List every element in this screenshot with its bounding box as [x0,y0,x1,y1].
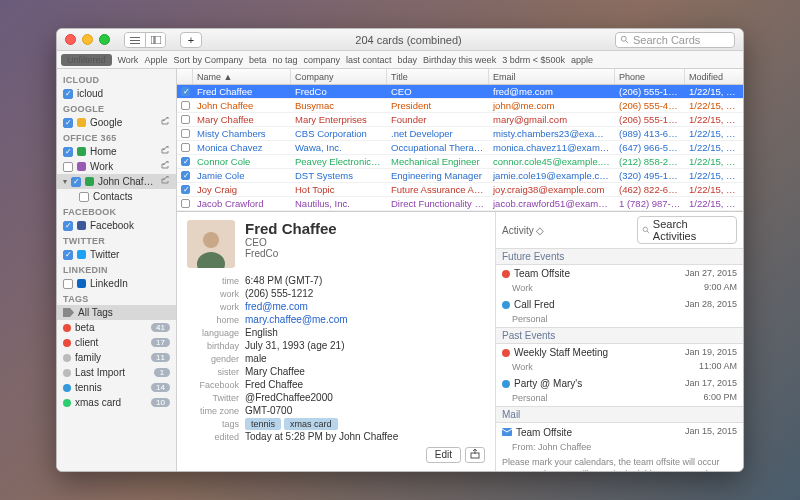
share-icon[interactable] [160,146,170,158]
sidebar-section-header: LINKEDIN [57,262,176,276]
tag-chip[interactable]: tennis [245,418,281,430]
source-checkbox[interactable] [63,221,73,231]
column-header[interactable]: Title [387,69,489,84]
filter-item[interactable]: 3 bdrm < $500k [502,55,565,65]
sidebar-item[interactable]: ▾John Chaffee [57,174,176,189]
table-row[interactable]: Fred ChaffeeFredCoCEOfred@me.com(206) 55… [177,85,743,99]
table-row[interactable]: Joy CraigHot TopicFuture Assurance Agent… [177,183,743,197]
filter-item[interactable]: last contact [346,55,392,65]
tag-item[interactable]: client17 [57,335,176,350]
svg-point-5 [621,36,626,41]
table-row[interactable]: Misty ChambersCBS Corporation.net Develo… [177,127,743,141]
tag-item[interactable]: tennis14 [57,380,176,395]
column-header[interactable]: Email [489,69,615,84]
field-value[interactable]: fred@me.com [245,301,308,312]
row-checkbox[interactable] [181,87,190,96]
sidebar-item[interactable]: Home [57,144,176,159]
minimize-window-button[interactable] [82,34,93,45]
app-window: + 204 cards (combined) Search Cards Unfi… [56,28,744,472]
column-header[interactable]: Name ▲ [193,69,291,84]
sidebar-item[interactable]: Facebook [57,218,176,233]
source-checkbox[interactable] [79,192,89,202]
row-checkbox[interactable] [181,157,190,166]
source-checkbox[interactable] [71,177,81,187]
activity-item[interactable]: Party @ Mary'sJan 17, 2015Personal6:00 P… [496,375,743,406]
close-window-button[interactable] [65,34,76,45]
avatar[interactable] [187,220,235,268]
tag-item[interactable]: xmas card10 [57,395,176,410]
table-row[interactable]: John ChaffeeBusymacPresidentjohn@me.com(… [177,99,743,113]
list-view-icon[interactable] [125,33,145,47]
row-checkbox[interactable] [181,171,190,180]
sidebar-item[interactable]: Twitter [57,247,176,262]
activity-item[interactable]: Team OffsiteJan 27, 2015Work9:00 AM [496,265,743,296]
sidebar-item[interactable]: Contacts [57,189,176,204]
tag-item[interactable]: family11 [57,350,176,365]
row-checkbox[interactable] [181,129,190,138]
event-dot [502,349,510,357]
activity-item[interactable]: Team OffsiteJan 15, 2015From: John Chaff… [496,423,743,471]
filter-item[interactable]: Apple [144,55,167,65]
tag-item[interactable]: beta41 [57,320,176,335]
source-checkbox[interactable] [63,147,73,157]
sidebar-item[interactable]: LinkedIn [57,276,176,291]
filter-item[interactable]: Work [118,55,139,65]
filter-item[interactable]: company [304,55,341,65]
sidebar-item[interactable]: icloud [57,86,176,101]
table-row[interactable]: Mary ChaffeeMary EnterprisesFoundermary@… [177,113,743,127]
table-row[interactable]: Monica ChavezWawa, Inc.Occupational Ther… [177,141,743,155]
source-checkbox[interactable] [63,89,73,99]
row-checkbox[interactable] [181,101,190,110]
color-swatch [77,250,86,259]
filter-active[interactable]: Unfiltered [61,54,112,66]
tag-item[interactable]: Last Import1 [57,365,176,380]
search-cards-input[interactable]: Search Cards [615,32,735,48]
source-checkbox[interactable] [63,118,73,128]
column-header[interactable]: Company [291,69,387,84]
search-activities-input[interactable]: Search Activities [637,216,737,244]
field-row: sisterMary Chaffee [187,365,485,378]
share-icon[interactable] [160,117,170,129]
sidebar-item[interactable]: Work [57,159,176,174]
row-checkbox[interactable] [181,185,190,194]
column-header[interactable]: Phone [615,69,685,84]
sidebar-item-label: Google [90,117,156,128]
table-row[interactable]: Connor ColePeavey Electronics Corpor...M… [177,155,743,169]
tag-item[interactable]: All Tags [57,305,176,320]
sidebar-item[interactable]: Google [57,115,176,130]
column-view-icon[interactable] [145,33,165,47]
tag-chip[interactable]: xmas card [284,418,338,430]
add-card-button[interactable]: + [180,32,202,48]
field-value: @FredChaffee2000 [245,392,333,403]
filter-item[interactable]: bday [398,55,418,65]
filter-item[interactable]: no tag [272,55,297,65]
view-mode-segmented[interactable] [124,32,166,48]
filter-item[interactable]: Sort by Company [173,55,243,65]
activity-item[interactable]: Weekly Staff MeetingJan 19, 2015Work11:0… [496,344,743,375]
row-checkbox[interactable] [181,143,190,152]
column-header[interactable] [177,69,193,84]
row-checkbox[interactable] [181,115,190,124]
edit-button[interactable]: Edit [426,447,461,463]
filter-item[interactable]: apple [571,55,593,65]
source-checkbox[interactable] [63,250,73,260]
contact-title: CEO [245,237,337,248]
share-button[interactable] [465,447,485,463]
table-row[interactable]: Jamie ColeDST SystemsEngineering Manager… [177,169,743,183]
activity-item[interactable]: Call FredJan 28, 2015Personal [496,296,743,327]
source-checkbox[interactable] [63,162,73,172]
mail-icon [502,426,512,438]
row-checkbox[interactable] [181,199,190,208]
zoom-window-button[interactable] [99,34,110,45]
column-header[interactable]: Modified [685,69,743,84]
share-icon[interactable] [160,161,170,173]
table-row[interactable]: Jacob CrawfordNautilus, Inc.Direct Funct… [177,197,743,211]
field-value[interactable]: mary.chaffee@me.com [245,314,348,325]
filter-item[interactable]: beta [249,55,267,65]
filter-item[interactable]: Birthday this week [423,55,496,65]
activity-title[interactable]: Activity ◇ [502,225,631,236]
table-header: Name ▲CompanyTitleEmailPhoneModified [177,69,743,85]
source-checkbox[interactable] [63,279,73,289]
share-icon[interactable] [160,176,170,188]
field-label: work [187,289,239,299]
